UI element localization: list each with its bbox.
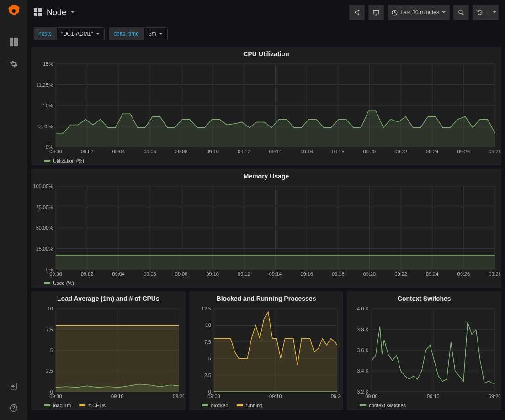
- svg-text:09:02: 09:02: [81, 149, 94, 154]
- svg-rect-9: [34, 13, 37, 16]
- legend-swatch: [202, 404, 208, 406]
- legend-item[interactable]: Utilization (%): [44, 158, 84, 163]
- svg-text:7.5: 7.5: [46, 327, 53, 332]
- panel-title: Blocked and Running Processes: [191, 295, 342, 302]
- var-delta-value-dropdown[interactable]: 5m: [144, 27, 168, 40]
- var-hosts-value-text: "DC1-ADM1": [61, 31, 93, 37]
- page-title: Node: [47, 8, 66, 17]
- panel-title: Memory Usage: [33, 173, 500, 180]
- panel-title: Load Average (1m) and # of CPUs: [33, 295, 184, 302]
- svg-rect-2: [14, 38, 18, 42]
- svg-text:09:00: 09:00: [49, 271, 62, 277]
- legend-swatch: [79, 404, 85, 406]
- legend-label: context switches: [369, 403, 406, 408]
- svg-text:09:10: 09:10: [269, 394, 282, 399]
- svg-text:09:00: 09:00: [49, 394, 62, 399]
- panel-cpu[interactable]: CPU Utilization 0%3.75%7.5%11.25%15%09:0…: [31, 47, 501, 165]
- grid-icon: [34, 8, 42, 16]
- sidebar: [0, 0, 27, 420]
- svg-text:09:00: 09:00: [49, 149, 62, 154]
- share-button[interactable]: [349, 5, 365, 20]
- monitor-icon: [373, 9, 379, 16]
- search-icon: [458, 9, 464, 16]
- svg-text:09:22: 09:22: [394, 271, 407, 277]
- svg-text:09:08: 09:08: [175, 271, 188, 277]
- svg-text:09:20: 09:20: [331, 394, 342, 399]
- legend-swatch: [44, 282, 50, 284]
- svg-rect-1: [10, 38, 13, 42]
- svg-text:09:18: 09:18: [332, 149, 345, 154]
- svg-text:09:02: 09:02: [81, 271, 94, 277]
- var-hosts-value-dropdown[interactable]: "DC1-ADM1": [56, 27, 105, 40]
- svg-rect-8: [38, 8, 42, 12]
- variable-bar: hosts "DC1-ADM1" delta_time 5m: [27, 25, 505, 43]
- svg-text:7.5: 7.5: [204, 339, 211, 345]
- svg-text:3.6 K: 3.6 K: [357, 347, 369, 353]
- legend-item[interactable]: context switches: [360, 403, 406, 408]
- var-delta-label: delta_time: [109, 27, 144, 40]
- svg-text:09:06: 09:06: [144, 271, 156, 277]
- chevron-down-icon: [96, 33, 100, 35]
- signin-icon[interactable]: [8, 381, 19, 392]
- svg-text:11.25%: 11.25%: [36, 82, 53, 88]
- svg-text:09:26: 09:26: [457, 149, 470, 154]
- zoom-out-button[interactable]: [453, 5, 469, 20]
- panels-area: CPU Utilization 0%3.75%7.5%11.25%15%09:0…: [27, 43, 505, 420]
- time-range-picker[interactable]: Last 30 minutes: [388, 5, 450, 20]
- svg-text:09:04: 09:04: [112, 271, 125, 277]
- svg-text:3.8 K: 3.8 K: [357, 327, 369, 332]
- legend-item[interactable]: load 1m: [44, 403, 71, 408]
- legend-label: running: [246, 403, 263, 408]
- dashboards-icon[interactable]: [8, 37, 19, 47]
- svg-text:09:14: 09:14: [269, 149, 282, 154]
- grafana-logo[interactable]: [6, 4, 21, 18]
- panel-title: Context Switches: [349, 295, 500, 302]
- panel-memory[interactable]: Memory Usage 0%25.00%50.00%75.00%100.00%…: [31, 169, 501, 288]
- legend-item[interactable]: # CPUs: [79, 403, 106, 408]
- svg-text:09:20: 09:20: [363, 271, 376, 277]
- legend-swatch: [237, 404, 243, 406]
- legend-label: Used (%): [53, 280, 74, 286]
- svg-text:09:20: 09:20: [489, 394, 500, 399]
- svg-text:09:16: 09:16: [300, 271, 313, 277]
- legend-item[interactable]: running: [237, 403, 263, 408]
- svg-text:3.75%: 3.75%: [39, 124, 53, 129]
- chevron-down-icon: [493, 11, 496, 13]
- svg-text:50.00%: 50.00%: [36, 225, 53, 231]
- refresh-icon: [477, 9, 483, 16]
- svg-text:09:00: 09:00: [207, 394, 220, 399]
- legend-swatch: [360, 404, 366, 406]
- legend-item[interactable]: Used (%): [44, 280, 74, 286]
- dashboard-title-dropdown[interactable]: Node: [34, 8, 74, 17]
- chevron-down-icon: [159, 33, 163, 35]
- panel-load[interactable]: Load Average (1m) and # of CPUs 02.557.5…: [31, 291, 186, 410]
- svg-rect-3: [10, 42, 13, 46]
- refresh-button[interactable]: [473, 5, 499, 20]
- svg-text:09:18: 09:18: [332, 271, 345, 277]
- svg-text:09:26: 09:26: [457, 271, 470, 277]
- svg-text:09:20: 09:20: [363, 149, 376, 154]
- var-hosts-label: hosts: [34, 27, 56, 40]
- tv-mode-button[interactable]: [368, 5, 384, 20]
- svg-text:75.00%: 75.00%: [36, 205, 53, 210]
- svg-point-13: [459, 10, 462, 14]
- svg-text:5: 5: [50, 347, 53, 353]
- svg-text:09:24: 09:24: [426, 271, 439, 277]
- gear-icon[interactable]: [8, 58, 19, 69]
- topbar: Node Last 30 minutes: [27, 0, 505, 25]
- svg-rect-10: [38, 13, 42, 16]
- svg-point-6: [14, 410, 14, 410]
- panel-context-switches[interactable]: Context Switches 3.2 K3.4 K3.6 K3.8 K4.0…: [347, 291, 501, 410]
- panel-title: CPU Utilization: [33, 50, 500, 58]
- share-icon: [354, 9, 360, 16]
- svg-text:09:10: 09:10: [206, 149, 219, 154]
- help-icon[interactable]: [8, 403, 19, 414]
- legend-item[interactable]: blocked: [202, 403, 229, 408]
- svg-text:09:28: 09:28: [489, 271, 500, 277]
- svg-text:09:20: 09:20: [173, 394, 184, 399]
- var-delta-value-text: 5m: [149, 31, 156, 37]
- var-hosts: hosts "DC1-ADM1": [34, 27, 105, 40]
- clock-icon: [392, 10, 398, 16]
- svg-text:7.5%: 7.5%: [42, 103, 53, 108]
- panel-processes[interactable]: Blocked and Running Processes 02.557.510…: [189, 291, 344, 410]
